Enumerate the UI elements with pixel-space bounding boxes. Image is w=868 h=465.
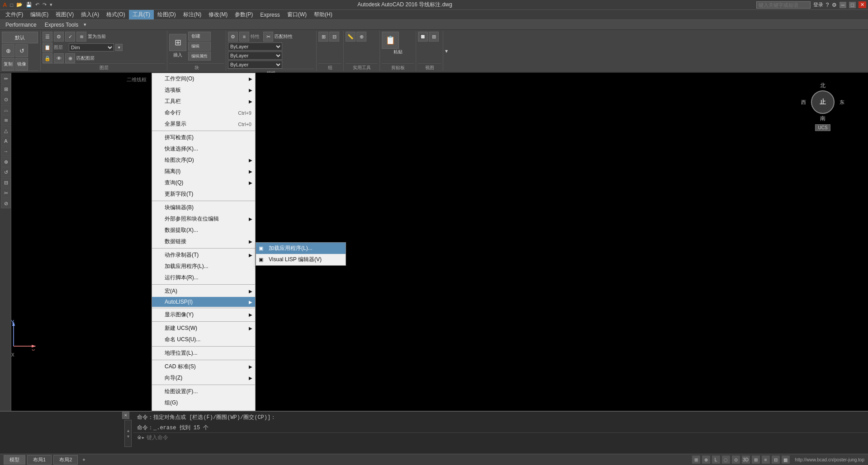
status-icon-ortho[interactable]: L [712,456,720,464]
move-btn[interactable]: ⊕ [2,44,14,57]
ribbon-expand-btn[interactable]: ▾ [443,31,450,71]
menu-tools-quickselect[interactable]: 快速选择(K)... [152,143,255,155]
menu-tools-autolisp[interactable]: AutoLISP(I)▶ [152,297,255,307]
win-close-btn[interactable]: ✕ [859,1,866,8]
status-icon-obj[interactable]: ⊙ [732,456,740,464]
lt-btn-12[interactable]: ✂ [1,188,11,198]
menu-tools-displayimage[interactable]: 显示图像(Y)▶ [152,309,255,320]
lt-btn-8[interactable]: → [1,146,11,156]
autolisp-visuallisp[interactable]: ▣ Visual LISP 编辑器(V) [256,254,346,265]
menu-tools-draftsettings[interactable]: 绘图设置(F)... [152,386,255,397]
layer-more-icon[interactable]: ▾ [115,44,123,51]
menu-tools-fullscreen[interactable]: 全屏显示Ctrl+0 [152,118,255,130]
undo-icon[interactable]: ↶ [34,2,40,8]
menu-view[interactable]: 视图(V) [52,10,77,19]
menu-help[interactable]: 帮助(H) [310,10,336,19]
lt-btn-2[interactable]: ⊞ [1,84,11,94]
lt-btn-7[interactable]: A [1,136,11,146]
win-min-btn[interactable]: ─ [840,2,847,8]
performance-tab[interactable]: Performance [3,22,39,28]
layer-prop-icon[interactable]: 📋 [43,42,52,52]
canvas-area[interactable]: 二维线框 北 西 止 东 南 UCS Y X X 工作空间(O)▶ 选项板▶ 工… [0,73,868,411]
menu-express[interactable]: Express [256,11,283,19]
menu-format[interactable]: 格式(O) [103,10,128,19]
group-icon2[interactable]: ⊟ [329,32,339,42]
lt-btn-4[interactable]: ⌓ [1,105,11,115]
tab-model[interactable]: 模型 [4,455,25,465]
menu-tools-updatefield[interactable]: 更新字段(T) [152,188,255,200]
status-icon-dyn[interactable]: ⊞ [752,456,760,464]
util-icon1[interactable]: 📏 [346,32,356,42]
bylayer-dropdown2[interactable]: ByLayer [228,52,282,60]
save-icon[interactable]: 💾 [25,2,33,8]
menu-tools-wizard[interactable]: 向导(Z)▶ [152,372,255,384]
toolbar-dropdown-arrow[interactable]: ▾ [84,22,86,28]
insert-icon[interactable]: ⊞ [169,34,186,51]
group-icon1[interactable]: ⊞ [318,32,328,42]
lt-btn-1[interactable]: ✏ [1,74,11,84]
menu-tools-blockeditor[interactable]: 块编辑器(B) [152,202,255,213]
menu-tools-nameucs[interactable]: 命名 UCS(U)... [152,334,255,345]
cmd-close-btn[interactable]: ✕ [122,412,129,419]
menu-edit[interactable]: 编辑(E) [27,10,52,19]
new-icon[interactable]: □ [9,2,14,8]
rotate-btn[interactable]: ↺ [15,44,28,57]
layer-icon1[interactable]: ☰ [43,32,52,42]
win-restore-btn[interactable]: □ [849,2,856,8]
layer-icon4[interactable]: ≋ [76,32,86,42]
menu-tools-cadstandard[interactable]: CAD 标准(S)▶ [152,361,255,372]
menu-modify[interactable]: 修改(M) [205,10,231,19]
status-icon-sel[interactable]: ▦ [782,456,790,464]
menu-window[interactable]: 窗口(W) [284,10,310,19]
help-icon[interactable]: ? [826,2,829,8]
layer-icon2[interactable]: ⚙ [54,32,64,42]
copy-btn[interactable]: 复制 [2,58,14,70]
match-prop-btn[interactable]: ✂ [263,32,273,42]
menu-dimension[interactable]: 标注(N) [180,10,205,19]
prop-icon2[interactable]: ≡ [239,32,249,42]
title-search-input[interactable] [756,1,811,9]
defaults-btn[interactable]: 默认 [2,32,38,43]
layer-icon6[interactable]: 👁 [54,53,64,63]
menu-tools-palettes[interactable]: 选项板▶ [152,85,255,96]
menu-tools-isolate[interactable]: 隔离(I)▶ [152,166,255,177]
bylayer-dropdown1[interactable]: ByLayer [228,42,282,51]
status-icon-trans[interactable]: ⊟ [772,456,780,464]
login-button[interactable]: 登录 [813,1,823,8]
prop-icon1[interactable]: ⚙ [228,32,238,42]
menu-file[interactable]: 文件(F) [2,10,27,19]
bylayer-dropdown3[interactable]: ByLayer [228,61,282,69]
menu-tools-actionrecorder[interactable]: 动作录制器(T)▶ [152,249,255,261]
lt-btn-11[interactable]: ⊟ [1,178,11,188]
paste-icon[interactable]: 📋 [382,32,399,49]
lt-btn-6[interactable]: △ [1,126,11,136]
edit-prop-btn[interactable]: 编辑属性 [188,52,211,61]
layer-dropdown[interactable]: Dim [69,43,114,52]
lt-btn-3[interactable]: ⊙ [1,94,11,104]
menu-tools[interactable]: 工具(T) [129,10,154,19]
menu-tools-runscript[interactable]: 运行脚本(R)... [152,272,255,283]
open-icon[interactable]: 📂 [15,2,24,8]
menu-tools-toolbar[interactable]: 工具栏▶ [152,96,255,107]
menu-draw[interactable]: 绘图(D) [154,10,180,19]
create-btn[interactable]: 创建 [188,32,211,41]
layer-icon3[interactable]: ✓ [65,32,75,42]
cmd-input-field[interactable] [147,435,864,441]
menu-tools-xref[interactable]: 外部参照和块在位编辑▶ [152,213,255,225]
lt-btn-13[interactable]: ⊘ [1,198,11,208]
tab-layout1[interactable]: 布局1 [27,455,52,465]
menu-tools-geolocation[interactable]: 地理位置(L)... [152,348,255,359]
menu-tools-newucs[interactable]: 新建 UCS(W)▶ [152,323,255,334]
lt-btn-5[interactable]: ≋ [1,115,11,125]
settings-icon[interactable]: ⚙ [832,2,837,8]
menu-tools-datalink[interactable]: 数据链接▶ [152,236,255,247]
util-icon2[interactable]: ⊕ [356,32,366,42]
layer-icon5[interactable]: 🔒 [43,53,52,63]
status-icon-lw[interactable]: ≡ [762,456,770,464]
menu-tools-spellcheck[interactable]: 拼写检查(E) [152,132,255,143]
status-icon-snap[interactable]: ⊕ [702,456,710,464]
mirror-btn[interactable]: 镜像 [15,58,28,70]
menu-tools-workspace[interactable]: 工作空间(O)▶ [152,73,255,85]
menu-tools-dataextract[interactable]: 数据提取(X)... [152,225,255,236]
status-icon-3d[interactable]: 3D [742,456,750,464]
